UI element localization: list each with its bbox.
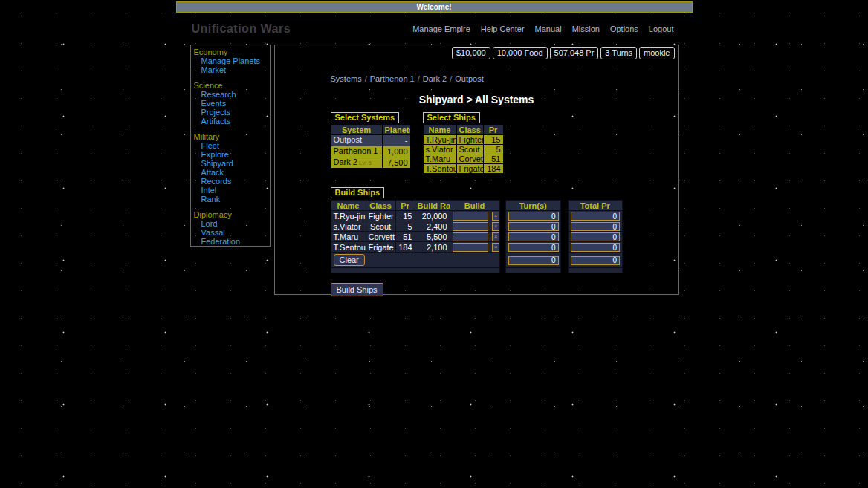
build-row-t-sentouki: T.Sentouki Frigate 184 2,100 ×: [331, 242, 499, 253]
sidebar-item-shipyard[interactable]: Shipyard: [194, 159, 270, 168]
sidebar-section-science: Science Research Events Projects Artifac…: [194, 81, 270, 126]
build-row-t-maru: T.Maru Corvette 51 5,500 ×: [331, 232, 499, 242]
column-header-name: Name: [331, 201, 366, 211]
total-pr-output[interactable]: [571, 222, 620, 231]
ship-row-t-maru[interactable]: T.Maru Corvette 51: [423, 154, 503, 164]
build-ships-total-pr-table: Total Pr: [568, 200, 623, 273]
system-row-outpost[interactable]: Outpost -: [331, 135, 410, 146]
breadcrumb-systems[interactable]: Systems: [331, 74, 362, 83]
select-systems-table: System Planets Outpost - Parth: [331, 124, 411, 169]
breadcrumb-outpost[interactable]: Outpost: [455, 74, 484, 83]
system-row-parthenon-1[interactable]: Parthenon 1Lvl 45 1,000: [331, 146, 410, 157]
stats-bar: $10,000 10,000 Food 507,048 Pr 3 Turns m…: [275, 47, 675, 59]
select-ships-block: Select Ships Name Class Pr: [423, 110, 504, 174]
breadcrumb-separator: /: [365, 74, 367, 83]
build-row-s-viator: s.Viator Scout 5 2,400 ×: [331, 221, 499, 232]
total-pr-output[interactable]: [571, 232, 620, 241]
page-container: Unification Wars Manage Empire Help Cent…: [176, 20, 693, 295]
build-quantity-input[interactable]: [453, 243, 488, 252]
max-build-button[interactable]: ×: [492, 243, 499, 252]
column-header-build-rate: Build Rate: [415, 201, 450, 211]
main-panel: $10,000 10,000 Food 507,048 Pr 3 Turns m…: [274, 45, 679, 295]
nav-manage-empire[interactable]: Manage Empire: [412, 25, 470, 33]
build-ships-label: Build Ships: [331, 187, 385, 198]
build-row-t-ryu-jin: T.Ryu-jin Fighter 15 20,000 ×: [331, 211, 499, 221]
sidebar-item-research[interactable]: Research: [194, 90, 270, 99]
ship-row-t-ryu-jin[interactable]: T.Ryu-jin Fighter 15: [423, 135, 503, 145]
total-pr-output[interactable]: [571, 243, 620, 252]
column-header-system: System: [331, 125, 382, 135]
turns-output[interactable]: [508, 212, 559, 221]
sidebar-item-projects[interactable]: Projects: [194, 108, 270, 117]
sidebar-header-economy: Economy: [194, 48, 270, 56]
logo: Unification Wars: [192, 22, 291, 36]
build-ships-section: Build Ships Name Class Pr Build Rate: [331, 185, 623, 273]
sidebar-item-federation[interactable]: Federation: [194, 237, 270, 246]
sidebar-item-rank[interactable]: Rank: [194, 195, 270, 204]
stat-production: 507,048 Pr: [550, 47, 599, 59]
build-quantity-input[interactable]: [453, 222, 488, 231]
column-header-pr: Pr: [483, 125, 503, 135]
nav-mission[interactable]: Mission: [572, 25, 600, 33]
select-systems-block: Select Systems System Planets: [331, 110, 411, 174]
turns-total-output[interactable]: [508, 256, 559, 265]
column-header-class: Class: [456, 125, 483, 135]
total-pr-output[interactable]: [571, 212, 620, 221]
build-quantity-input[interactable]: [453, 232, 488, 241]
breadcrumb-separator: /: [450, 74, 452, 83]
sidebar-item-lord[interactable]: Lord: [194, 219, 270, 228]
sidebar-item-attack[interactable]: Attack: [194, 168, 270, 177]
nav-logout[interactable]: Logout: [649, 25, 674, 33]
build-ships-main-table: Name Class Pr Build Rate Build T.Ryu-jin: [331, 200, 500, 273]
select-ships-label: Select Ships: [423, 112, 480, 123]
sidebar-item-fleet[interactable]: Fleet: [194, 141, 270, 150]
build-ships-submit-button[interactable]: Build Ships: [331, 283, 383, 296]
sidebar-item-market[interactable]: Market: [194, 65, 270, 74]
turns-output[interactable]: [508, 222, 559, 231]
max-build-button[interactable]: ×: [492, 212, 499, 221]
sidebar: Economy Manage Planets Market Science Re…: [190, 45, 271, 247]
sidebar-header-diplomacy: Diplomacy: [194, 210, 270, 219]
selection-tables: Select Systems System Planets: [331, 110, 623, 174]
turns-output[interactable]: [508, 232, 559, 241]
breadcrumb-separator: /: [418, 74, 420, 83]
column-header-name: Name: [423, 125, 456, 135]
column-header-build: Build: [450, 201, 499, 211]
breadcrumb-dark-2[interactable]: Dark 2: [423, 74, 447, 83]
max-build-button[interactable]: ×: [492, 232, 499, 241]
content: Systems/Parthenon 1/Dark 2/Outpost Shipy…: [331, 74, 623, 296]
welcome-banner: Welcome!: [176, 1, 693, 13]
max-build-button[interactable]: ×: [492, 222, 499, 231]
sidebar-item-intel[interactable]: Intel: [194, 186, 270, 195]
welcome-text: Welcome!: [416, 3, 451, 11]
nav-manual[interactable]: Manual: [535, 25, 562, 33]
stat-food: 10,000 Food: [493, 47, 548, 59]
sidebar-item-vassal[interactable]: Vassal: [194, 228, 270, 237]
column-header-planets: Planets: [382, 125, 410, 135]
system-level: Lvl 5: [359, 160, 372, 166]
sidebar-item-records[interactable]: Records: [194, 177, 270, 186]
sidebar-item-manage-planets[interactable]: Manage Planets: [194, 56, 270, 65]
total-pr-total-output[interactable]: [571, 256, 620, 265]
sidebar-section-diplomacy: Diplomacy Lord Vassal Federation: [194, 210, 270, 246]
nav-options[interactable]: Options: [610, 25, 638, 33]
sidebar-header-military: Military: [194, 132, 270, 141]
sidebar-item-artifacts[interactable]: Artifacts: [194, 117, 270, 126]
turns-output[interactable]: [508, 243, 559, 252]
breadcrumb: Systems/Parthenon 1/Dark 2/Outpost: [331, 74, 623, 83]
ship-row-t-sentouki[interactable]: T.Sentouki Frigate 184: [423, 164, 503, 174]
nav-help-center[interactable]: Help Center: [481, 25, 525, 33]
stat-money: $10,000: [452, 47, 490, 59]
page-title: Shipyard > All Systems: [331, 94, 623, 105]
clear-button[interactable]: Clear: [334, 254, 365, 266]
sidebar-section-economy: Economy Manage Planets Market: [194, 48, 270, 74]
header: Unification Wars Manage Empire Help Cent…: [176, 20, 693, 38]
build-quantity-input[interactable]: [453, 212, 488, 221]
select-systems-label: Select Systems: [331, 112, 400, 123]
ship-row-s-viator[interactable]: s.Viator Scout 5: [423, 145, 503, 154]
sidebar-item-explore[interactable]: Explore: [194, 150, 270, 159]
system-row-dark-2[interactable]: Dark 2Lvl 5 7,500: [331, 157, 410, 169]
sidebar-item-events[interactable]: Events: [194, 99, 270, 108]
breadcrumb-parthenon-1[interactable]: Parthenon 1: [370, 74, 415, 83]
build-ships-tables: Name Class Pr Build Rate Build T.Ryu-jin: [331, 200, 623, 273]
